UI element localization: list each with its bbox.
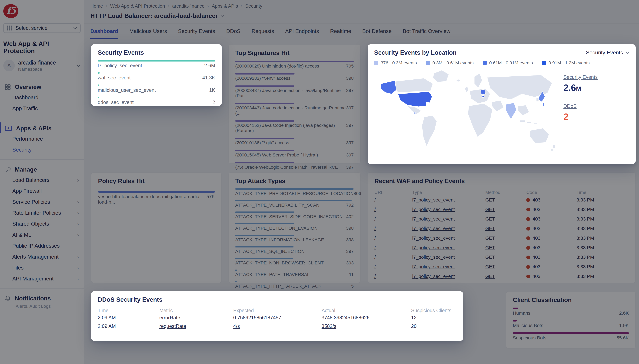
card-title: Security Events [98,49,215,56]
legend-label: 0.61M - 0.91M events [489,60,533,65]
table-header: TimeMetricExpectedActualSuspicious Clien… [98,308,457,314]
stat-number: 2.6 [563,82,576,93]
legend-swatch [426,61,430,65]
metric-link[interactable]: requestRate [159,324,233,329]
legend-label: 376 - 0.3M events [381,60,417,65]
expected-link[interactable]: 0.7589215856187457 [233,315,322,320]
map-stat-security-events: Security Events 2.6M [563,73,627,93]
legend-swatch [483,61,487,65]
event-time: 2:09 AM [98,324,159,329]
security-events-value: 2.6M [563,82,627,93]
map-stats: Security Events 2.6M DDoS 2 [561,67,629,152]
bar-value: 1K [209,87,215,93]
map-legend: 376 - 0.3M events0.3M - 0.61M events0.61… [374,60,629,66]
actual-link[interactable]: 3748.3982451688626 [322,315,411,320]
bar-label-row: l7_policy_sec_event2.6M [98,63,215,68]
bar-value: 2.6M [204,63,215,68]
legend-item: 0.3M - 0.61M events [426,60,474,66]
legend-swatch [542,61,546,65]
ddos-link[interactable]: DDoS [563,103,577,109]
bar-label: ddos_sec_event [98,100,134,105]
bar [98,97,99,98]
bar-label-row: malicious_user_sec_event1K [98,87,215,93]
column-header: Suspicious Clients [411,308,457,314]
map-metric-dropdown[interactable]: Security Events [586,50,629,56]
bar-label: waf_sec_event [98,75,131,81]
chevron-down-icon [625,52,629,54]
map-metric-dropdown-label: Security Events [586,50,623,56]
column-header: Expected [233,308,322,314]
bar-label: malicious_user_sec_event [98,87,156,93]
bar-label: l7_policy_sec_event [98,63,142,68]
legend-item: 376 - 0.3M events [374,60,417,66]
legend-item: 0.61M - 0.91M events [483,60,533,66]
expected-link[interactable]: 4/s [233,324,322,329]
table-row: 2:09 AMerrorRate0.75892158561874573748.3… [98,314,457,322]
column-header: Time [98,308,159,314]
legend-label: 0.91M - 1.2M events [549,60,590,65]
card-security-events: Security Events l7_policy_sec_event2.6Mw… [91,44,222,106]
column-header: Actual [322,308,411,314]
bar-value: 2 [212,100,215,105]
bar-row: l7_policy_sec_event2.6M [98,60,215,68]
suspicious-clients: 20 [411,324,457,329]
card-title: DDoS Security Events [98,296,457,303]
security-events-link[interactable]: Security Events [563,74,598,80]
bar-row: waf_sec_event41.3K [98,72,215,81]
metric-link[interactable]: errorRate [159,315,233,320]
ddos-value: 2 [563,112,627,122]
card-ddos-security-events: DDoS Security Events TimeMetricExpectedA… [91,291,463,341]
f5-console: f5 Select service Web App & API Protecti… [0,0,639,364]
card-security-events-by-location: Security Events by Location Security Eve… [368,44,636,164]
table-row: 2:09 AMrequestRate4/s3582/s20 [98,322,457,330]
bar-row: malicious_user_sec_event1K [98,84,215,93]
map-stat-ddos: DDoS 2 [563,102,627,122]
column-header: Metric [159,308,233,314]
bar [98,60,215,62]
legend-item: 0.91M - 1.2M events [542,60,590,66]
bar [98,72,100,74]
actual-link[interactable]: 3582/s [322,324,411,329]
event-time: 2:09 AM [98,315,159,320]
card-title: Security Events by Location [374,49,457,56]
bar-label-row: waf_sec_event41.3K [98,75,215,81]
bar-row: ddos_sec_event2 [98,97,215,105]
world-map[interactable] [374,67,561,152]
legend-swatch [374,61,378,65]
bar-label-row: ddos_sec_event2 [98,100,215,105]
stat-suffix: M [576,85,581,92]
suspicious-clients: 12 [411,315,457,320]
legend-label: 0.3M - 0.61M events [433,60,474,65]
bar-value: 41.3K [202,75,215,81]
bar [98,84,99,86]
